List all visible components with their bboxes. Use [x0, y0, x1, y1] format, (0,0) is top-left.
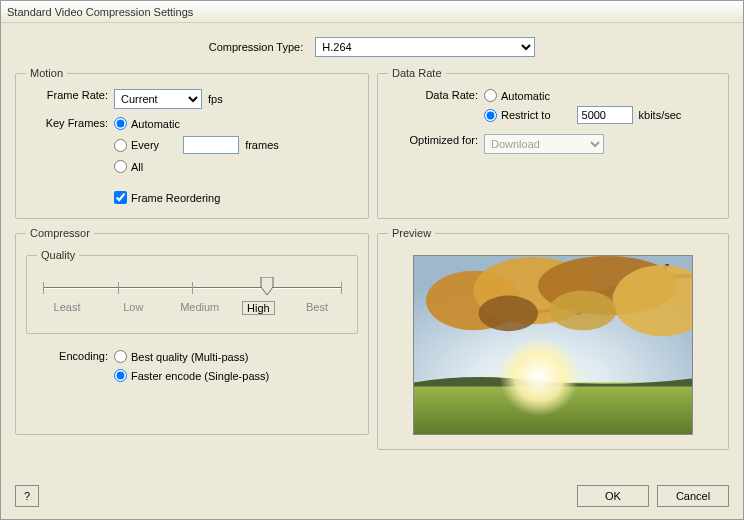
- encoding-faster-radio[interactable]: Faster encode (Single-pass): [114, 369, 269, 382]
- dialog-content: Compression Type: H.264 Motion Frame Rat…: [1, 23, 743, 458]
- preview-legend: Preview: [388, 227, 435, 239]
- compression-type-label: Compression Type:: [209, 41, 310, 53]
- quality-label-least: Least: [43, 301, 91, 315]
- key-frames-label: Key Frames:: [30, 117, 114, 129]
- help-button[interactable]: ?: [15, 485, 39, 507]
- dr-restrict-unit: kbits/sec: [639, 109, 682, 121]
- quality-label-best: Best: [293, 301, 341, 315]
- quality-slider[interactable]: Least Low Medium High Best: [37, 271, 347, 319]
- dr-restrict-radio[interactable]: Restrict to: [484, 109, 551, 122]
- dr-automatic-radio[interactable]: Automatic: [484, 89, 712, 102]
- preview-image: [413, 255, 693, 435]
- frame-rate-select[interactable]: Current: [114, 89, 202, 109]
- data-rate-legend: Data Rate: [388, 67, 446, 79]
- data-rate-group: Data Rate Data Rate: Automatic Restrict …: [377, 67, 729, 219]
- preview-group: Preview: [377, 227, 729, 450]
- window-title: Standard Video Compression Settings: [1, 1, 743, 23]
- compression-type-select[interactable]: H.264: [315, 37, 535, 57]
- frame-rate-label: Frame Rate:: [30, 89, 114, 101]
- kf-every-input[interactable]: [183, 136, 239, 154]
- quality-label-high: High: [242, 301, 275, 315]
- svg-point-8: [479, 296, 539, 332]
- quality-group: Quality: [26, 249, 358, 334]
- kf-all-radio[interactable]: All: [114, 160, 358, 173]
- optimized-for-select[interactable]: Download: [484, 134, 604, 154]
- ok-button[interactable]: OK: [577, 485, 649, 507]
- quality-slider-thumb[interactable]: [259, 277, 275, 295]
- dialog-window: Standard Video Compression Settings Comp…: [0, 0, 744, 520]
- quality-label-low: Low: [109, 301, 157, 315]
- kf-automatic-radio[interactable]: Automatic: [114, 117, 358, 130]
- optimized-for-label: Optimized for:: [388, 134, 484, 146]
- encoding-best-radio[interactable]: Best quality (Multi-pass): [114, 350, 269, 363]
- svg-point-9: [549, 291, 617, 331]
- cancel-button[interactable]: Cancel: [657, 485, 729, 507]
- frame-reordering-check[interactable]: Frame Reordering: [114, 191, 358, 204]
- frame-rate-unit: fps: [208, 93, 223, 105]
- svg-marker-0: [261, 277, 273, 295]
- motion-group: Motion Frame Rate: Current fps Key Frame…: [15, 67, 369, 219]
- top-panels: Motion Frame Rate: Current fps Key Frame…: [15, 67, 729, 219]
- kf-every-unit: frames: [245, 139, 279, 151]
- data-rate-label: Data Rate:: [388, 89, 484, 101]
- quality-label-medium: Medium: [176, 301, 224, 315]
- bottom-panels: Compressor Quality: [15, 227, 729, 450]
- dialog-footer: ? OK Cancel: [15, 485, 729, 507]
- compression-type-row: Compression Type: H.264: [15, 37, 729, 57]
- encoding-label: Encoding:: [26, 350, 114, 362]
- svg-point-3: [499, 337, 578, 416]
- kf-every-radio[interactable]: Every: [114, 139, 159, 152]
- compressor-group: Compressor Quality: [15, 227, 369, 435]
- quality-legend: Quality: [37, 249, 79, 261]
- motion-legend: Motion: [26, 67, 67, 79]
- compressor-legend: Compressor: [26, 227, 94, 239]
- dr-restrict-input[interactable]: [577, 106, 633, 124]
